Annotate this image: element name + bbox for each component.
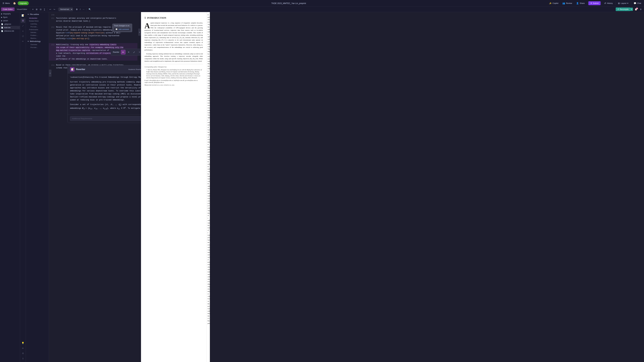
outline-item-maximum[interactable]: Maximu... (26, 37, 49, 40)
recompile-label: Recompile (620, 8, 628, 10)
copilot-icon: ✨ (549, 2, 552, 4)
bold-btn[interactable]: B (75, 7, 78, 11)
outline-item-learning[interactable]: Learning... (26, 22, 49, 25)
copilot-label: Copilot (552, 2, 558, 4)
code-editor-area[interactable]: Track changes is on 💬 Add comment 370 37… (49, 12, 141, 362)
format-select[interactable]: Normal text (58, 7, 73, 11)
notification-btn[interactable]: 📋 2 (634, 7, 638, 11)
outline-item-related-work[interactable]: Related Work (26, 19, 49, 22)
rw-align-btn[interactable]: ≈ (137, 50, 141, 54)
expand-tool-btn[interactable]: ⤢ (21, 23, 25, 28)
nav-divider-4 (615, 1, 616, 5)
sidebar-item-reference[interactable]: 📄 reference.bib (0, 29, 20, 33)
additional-requirements-input[interactable] (70, 116, 141, 121)
recompile-button[interactable]: ↺ Recompile (616, 7, 630, 11)
rw-edit-btn[interactable]: ✏ (121, 50, 126, 54)
code-line-blank-3 (49, 61, 138, 63)
outline-item-definition[interactable]: Definitio... (26, 31, 49, 34)
sidebar-item-gitignore[interactable]: 📄 .gitignore (0, 22, 20, 26)
file-outline-header[interactable]: ▼ File outline (26, 13, 49, 16)
layout-button[interactable]: ⊞ Layout ▾ (616, 1, 630, 5)
pdf-section-name: INTRODUCTION (147, 17, 166, 19)
outline-methodology-header[interactable]: ▼ Methodology (26, 40, 49, 43)
review-label: Review (566, 2, 572, 4)
pdf-email: E-mail: ylincs@bjtu.edu.cn; hywam@bjtu.e… (144, 79, 203, 83)
info-tool-btn[interactable]: ℹ (21, 356, 25, 361)
list-tool-btn[interactable]: ≡ (21, 29, 25, 33)
edit-tool-btn[interactable]: ✏ (21, 39, 25, 44)
rw-para1: Current trajectory embedding pre-trainin… (70, 81, 141, 102)
code-lines-container: 370 371 facilitates optimal accuracy and… (49, 12, 141, 71)
sidebar-item-figure[interactable]: ▶ figure (0, 15, 20, 19)
line-content-371[interactable]: facilitates optimal accuracy and converg… (56, 17, 138, 22)
insert-btn[interactable]: ⊞ (35, 7, 38, 11)
visual-editor-tab[interactable]: Visual Editor (15, 7, 29, 11)
add-comment-button[interactable]: 💬 Add comment (114, 27, 130, 31)
rw-list-btn[interactable]: ≡ (126, 50, 131, 54)
sidebar-item-param[interactable]: ▶ param (0, 19, 20, 22)
pdf-body-text-1: spatio-temporal trajectory is a long seq… (144, 22, 203, 51)
sidebar-item-maintex[interactable]: 📄 main.tex ⋯ (0, 26, 20, 29)
rewriter-panel-content: \subsection{Enhancing Pre-trained Embedd… (68, 73, 141, 114)
undo-btn[interactable]: ↩ (48, 7, 52, 11)
outline-item-pretrain-1[interactable]: Pre-train... (26, 25, 49, 28)
search-btn[interactable]: 🔍 (88, 7, 92, 11)
notification-badge: 2 (636, 7, 638, 9)
settings-tool-btn[interactable]: ⚙ (21, 351, 25, 356)
rewriter-tool-btn[interactable]: 📝 (21, 13, 25, 18)
chat-button[interactable]: 💬 Chat (632, 1, 643, 5)
line-num-372: 372 (49, 26, 56, 29)
code-nav-right-arrow[interactable]: › (138, 28, 141, 36)
home-button[interactable]: 🏠 (12, 1, 17, 5)
top-navigation: ☰ Menu 🏠 Upgrade TKDE 2023_MMTEC_Yan Lin… (0, 0, 644, 6)
review-icon: 👥 (562, 2, 565, 4)
outline-item-pretrain-2[interactable]: Pre-train... (26, 46, 49, 49)
layout-label: Layout (621, 2, 626, 4)
rewriter-panel-header: 📝 Rewriter Academic Rewriter I 🗑 ⧉ (68, 65, 141, 73)
menu-label: Menu (5, 2, 10, 4)
pdf-body-para1: A spatio-temporal trajectory is a long s… (144, 22, 203, 51)
rw-expand-btn[interactable]: ⤢ (132, 50, 136, 54)
toolbar-sep-2 (47, 8, 48, 11)
italic-btn[interactable]: I (79, 7, 81, 11)
format-list-btn[interactable]: ≡ (31, 7, 34, 11)
more-formatting-btn[interactable]: ··· (82, 7, 86, 11)
redo-btn[interactable]: ↪ (52, 7, 56, 11)
track-changes-tooltip: Track changes is on 💬 Add comment (112, 23, 132, 32)
copilot-button[interactable]: ✨ Copilot (547, 1, 560, 5)
math-btn[interactable]: ∑ (43, 7, 46, 11)
history-button[interactable]: ↺ History (602, 1, 614, 5)
code-nav-left-arrow[interactable]: ‹ (49, 69, 52, 77)
suggestions-tool-btn[interactable]: 💡 (21, 341, 25, 345)
share-button[interactable]: 👤 Share (574, 1, 586, 5)
outline-toggle-icon: ▼ (27, 13, 29, 15)
review-tool-btn[interactable]: ☑ (21, 34, 25, 38)
line-num-373: 373 (49, 43, 56, 46)
more-options-icon[interactable]: ⋯ (18, 27, 19, 28)
code-editor-tab[interactable]: Code Editor (1, 7, 14, 11)
history-icon: ↺ (604, 2, 606, 4)
outline-tool-btn[interactable]: ☰ (21, 18, 25, 23)
share-label: Share (580, 2, 585, 4)
outline-item-preliminaries[interactable]: Preliminaries (26, 28, 49, 31)
rewriter-toolbar-popup: Rewriter ✏ ≡ ⤢ ≈ ☑ ✓ (111, 49, 141, 56)
rw-subsection: \subsection{Enhancing Pre-trained Embedd… (70, 76, 141, 79)
submit-button[interactable]: ⬆ Submit (588, 1, 600, 5)
outline-item-overview[interactable]: Overview (26, 43, 49, 46)
line-num-374: 374 (49, 64, 56, 67)
history-label: History (607, 2, 613, 4)
download-btn[interactable]: ⬇ (639, 7, 643, 11)
recompile-dropdown-btn[interactable]: ▾ (630, 7, 633, 11)
menu-button[interactable]: ☰ Menu (1, 1, 11, 5)
pdf-received: Manuscript received xx xx, xxxx; revised… (144, 84, 203, 86)
upgrade-button[interactable]: Upgrade (18, 1, 29, 5)
rewriter-panel-footer: ➤ (68, 114, 141, 123)
outline-item-problem[interactable]: Problem ... (26, 34, 49, 37)
sidebar-item-biography[interactable]: ▶ biography (0, 12, 20, 15)
outline-item-introduction[interactable]: Introduction (26, 17, 49, 19)
pdf-section-num: 1 (144, 16, 146, 19)
sidebar-item-gitignore-label: .gitignore (4, 23, 11, 25)
view-tool-btn[interactable]: 👁 (21, 346, 25, 351)
table-btn[interactable]: ⊟ (39, 7, 42, 11)
review-button[interactable]: 👥 Review (560, 1, 574, 5)
